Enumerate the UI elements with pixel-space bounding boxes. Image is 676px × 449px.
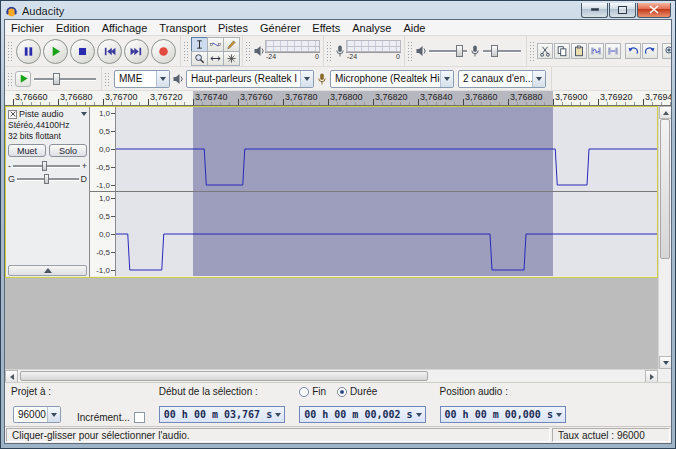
menu-item-transport[interactable]: Transport — [153, 21, 212, 35]
skip-to-end-button[interactable] — [124, 39, 149, 64]
redo-button[interactable] — [642, 43, 658, 59]
track-menu-arrow-icon[interactable] — [81, 112, 87, 116]
copy-button[interactable] — [554, 43, 570, 59]
track-collapse-button[interactable] — [8, 265, 87, 276]
zoom-tool-button[interactable] — [191, 51, 208, 66]
transport-toolbar — [5, 36, 181, 66]
scroll-up-arrow[interactable] — [659, 106, 671, 119]
amplitude-label: 0,5 — [99, 127, 110, 136]
duration-radio[interactable] — [337, 387, 347, 397]
ruler-label: 3,76700 — [105, 92, 138, 102]
end-radio[interactable] — [299, 387, 309, 397]
toolbar-grip[interactable] — [183, 40, 188, 62]
envelope-tool-button[interactable] — [207, 37, 224, 52]
ruler-tick — [283, 99, 284, 105]
track-close-button[interactable] — [8, 110, 17, 119]
play-at-speed-icon — [18, 73, 29, 84]
toolbar-grip[interactable] — [104, 71, 109, 86]
paste-button[interactable] — [571, 43, 587, 59]
star-icon — [226, 53, 237, 64]
zoom-in-button[interactable] — [662, 43, 671, 59]
mute-button[interactable]: Muet — [8, 144, 46, 157]
menu-item-pistes[interactable]: Pistes — [212, 21, 254, 35]
cut-button[interactable] — [537, 43, 553, 59]
play-at-speed-button[interactable] — [15, 71, 31, 87]
menu-item-fichier[interactable]: Fichier — [5, 21, 50, 35]
vertical-scroll-thumb[interactable] — [660, 119, 670, 259]
input-channels-select[interactable]: 2 canaux d'en... — [458, 70, 546, 88]
recording-meter[interactable]: -24 0 — [346, 40, 401, 62]
selection-start-field[interactable]: 00 h 00 m 03,767 s — [159, 406, 285, 423]
audio-host-select[interactable]: MME — [114, 70, 170, 88]
track-name[interactable]: Piste audio — [19, 109, 64, 119]
play-button[interactable] — [43, 39, 68, 64]
gain-slider[interactable]: - + — [8, 159, 87, 172]
window-controls — [580, 3, 671, 18]
input-device-select[interactable]: Microphone (Realtek Hig — [330, 70, 454, 88]
stop-button[interactable] — [70, 39, 95, 64]
horizontal-scroll-thumb[interactable] — [20, 371, 428, 381]
undo-button[interactable] — [625, 43, 641, 59]
menu-item-affichage[interactable]: Affichage — [96, 21, 154, 35]
waveform-right[interactable] — [116, 192, 657, 276]
vertical-ruler-right[interactable]: 1,00,50,0-0,5-1,0 — [90, 192, 116, 276]
toolbar-row-2: MME Haut-parleurs (Realtek I Microphone … — [5, 67, 671, 91]
solo-button[interactable]: Solo — [49, 144, 87, 157]
title-bar[interactable]: Audacity — [4, 3, 672, 19]
output-device-select[interactable]: Haut-parleurs (Realtek I — [186, 70, 314, 88]
dropdown-arrow-icon — [47, 407, 60, 422]
pan-slider[interactable]: G D — [8, 172, 87, 185]
project-rate-select[interactable]: 96000 — [13, 406, 61, 423]
maximize-button[interactable] — [609, 3, 636, 18]
waveform-left[interactable] — [116, 107, 657, 191]
vertical-ruler-left[interactable]: 1,00,50,0-0,5-1,0 — [90, 107, 116, 191]
timeline-ruler[interactable]: 3,766603,766803,767003,767203,767403,767… — [5, 91, 671, 106]
skip-to-start-button[interactable] — [97, 39, 122, 64]
scroll-left-arrow[interactable] — [5, 370, 18, 382]
toolbar-grip[interactable] — [407, 40, 412, 62]
vertical-scroll-track[interactable] — [659, 119, 671, 356]
menu-item-edition[interactable]: Edition — [50, 21, 96, 35]
track-area[interactable]: Piste audio Stéréo,44100Hz 32 bits flott… — [5, 106, 671, 382]
audio-host-value: MME — [119, 73, 156, 84]
toolbar-grip[interactable] — [529, 40, 534, 62]
toolbar-grip[interactable] — [7, 40, 12, 62]
horizontal-scroll-track[interactable] — [18, 370, 645, 382]
audio-track: Piste audio Stéréo,44100Hz 32 bits flott… — [5, 106, 658, 278]
scroll-down-arrow[interactable] — [659, 356, 671, 369]
horizontal-scrollbar[interactable] — [5, 369, 658, 382]
recording-meter-toolbar: -24 0 — [324, 36, 405, 66]
amplitude-label: 0,0 — [99, 230, 110, 239]
toolbar-grip[interactable] — [7, 71, 12, 86]
multi-tool-button[interactable] — [223, 51, 240, 66]
close-button[interactable] — [637, 3, 671, 18]
output-volume-slider[interactable] — [429, 44, 467, 58]
snap-to-checkbox[interactable] — [134, 412, 145, 423]
playback-speed-slider[interactable] — [34, 72, 96, 86]
ruler-tick — [58, 99, 59, 105]
timeshift-tool-button[interactable] — [207, 51, 224, 66]
selection-duration-field[interactable]: 00 h 00 m 00,002 s — [299, 406, 425, 423]
menu-item-generer[interactable]: Générer — [254, 21, 306, 35]
playback-meter[interactable]: -24 0 — [265, 40, 320, 62]
scroll-right-arrow[interactable] — [645, 370, 658, 382]
record-button[interactable] — [151, 39, 176, 64]
redo-arrow-icon — [644, 45, 656, 57]
close-x-icon — [10, 111, 16, 117]
menu-item-effets[interactable]: Effets — [306, 21, 346, 35]
trim-button[interactable] — [588, 43, 604, 59]
amplitude-tick — [111, 185, 115, 186]
input-volume-slider[interactable] — [483, 44, 521, 58]
vertical-scrollbar[interactable] — [658, 106, 671, 369]
selection-tool-button[interactable] — [191, 37, 208, 52]
silence-button[interactable] — [605, 43, 621, 59]
audio-position-field[interactable]: 00 h 00 m 00,000 s — [440, 406, 566, 423]
menu-item-aide[interactable]: Aide — [397, 21, 431, 35]
clipboard-icon — [573, 45, 585, 57]
toolbar-grip[interactable] — [326, 40, 331, 62]
menu-item-analyse[interactable]: Analyse — [346, 21, 397, 35]
draw-tool-button[interactable] — [223, 37, 240, 52]
pause-button[interactable] — [16, 39, 41, 64]
minimize-button[interactable] — [581, 3, 608, 18]
toolbar-grip[interactable] — [245, 40, 250, 62]
